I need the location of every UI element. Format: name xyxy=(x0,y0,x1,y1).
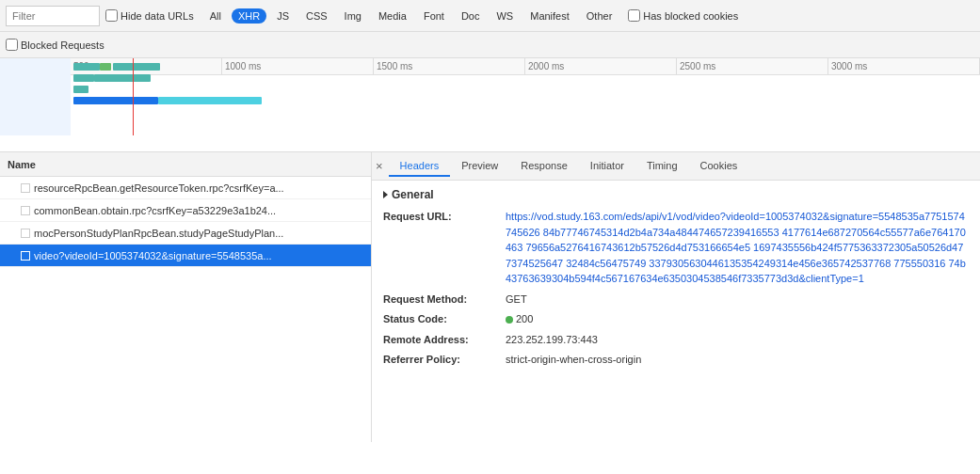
status-code-key: Status Code: xyxy=(383,311,506,327)
filter-js[interactable]: JS xyxy=(270,8,296,24)
filter-media[interactable]: Media xyxy=(372,8,413,24)
status-dot xyxy=(506,316,513,324)
triangle-icon xyxy=(383,191,388,198)
remote-address-key: Remote Address: xyxy=(383,332,506,348)
list-item-text: resourceRpcBean.getResourceToken.rpc?csr… xyxy=(34,182,284,194)
wf-bar-2 xyxy=(73,74,94,82)
list-item-icon xyxy=(21,229,30,238)
list-item[interactable]: resourceRpcBean.getResourceToken.rpc?csr… xyxy=(0,177,371,199)
list-item-icon xyxy=(21,251,30,261)
tab-headers[interactable]: Headers xyxy=(389,156,451,177)
wf-bar-4 xyxy=(100,63,111,71)
request-list-header: Name xyxy=(0,152,371,177)
wf-bar-cyan xyxy=(158,97,262,104)
list-item-text: commonBean.obtain.rpc?csrfKey=a53229e3a1… xyxy=(34,205,276,216)
detail-content: General Request URL: https://vod.study.1… xyxy=(372,181,980,442)
list-item[interactable]: mocPersonStudyPlanRpcBean.studyPageStudy… xyxy=(0,222,371,245)
tab-response[interactable]: Response xyxy=(509,156,579,177)
filter-manifest[interactable]: Manifest xyxy=(523,8,576,24)
detail-panel: × Headers Preview Response Initiator Tim… xyxy=(372,152,980,442)
request-method-value: GET xyxy=(506,292,969,308)
tab-preview[interactable]: Preview xyxy=(450,156,509,177)
timeline-area: 500 ms 1000 ms 1500 ms 2000 ms 2500 ms 3… xyxy=(0,58,980,152)
list-item-selected[interactable]: video?videoId=1005374032&signature=55485… xyxy=(0,245,371,267)
remote-address-row: Remote Address: 223.252.199.73:443 xyxy=(383,332,969,348)
status-code-row: Status Code: 200 xyxy=(383,311,969,327)
hide-data-urls-label[interactable]: Hide data URLs xyxy=(105,9,194,22)
tab-close-icon[interactable]: × xyxy=(376,159,383,173)
filter-all[interactable]: All xyxy=(203,8,228,24)
list-item-text: video?videoId=1005374032&signature=55485… xyxy=(34,250,272,261)
list-item-text: mocPersonStudyPlanRpcBean.studyPageStudy… xyxy=(34,228,283,239)
selection-highlight xyxy=(0,58,71,135)
wf-bar-1 xyxy=(73,63,100,71)
referrer-policy-value: strict-origin-when-cross-origin xyxy=(506,352,969,368)
request-list: Name resourceRpcBean.getResourceToken.rp… xyxy=(0,152,372,442)
list-item[interactable]: commonBean.obtain.rpc?csrfKey=a53229e3a1… xyxy=(0,199,371,222)
request-method-row: Request Method: GET xyxy=(383,292,969,308)
request-method-key: Request Method: xyxy=(383,292,506,308)
main-area: Name resourceRpcBean.getResourceToken.rp… xyxy=(0,152,980,442)
request-url-row: Request URL: https://vod.study.163.com/e… xyxy=(383,209,969,287)
filter-doc[interactable]: Doc xyxy=(455,8,487,24)
status-code-value: 200 xyxy=(506,311,969,327)
list-item-icon xyxy=(21,183,30,193)
tab-initiator[interactable]: Initiator xyxy=(579,156,635,177)
filter-css[interactable]: CSS xyxy=(299,8,334,24)
general-section-header: General xyxy=(383,188,969,201)
filter-xhr[interactable]: XHR xyxy=(232,8,266,24)
blocked-requests-checkbox[interactable] xyxy=(6,39,18,51)
remote-address-value: 223.252.199.73:443 xyxy=(506,332,969,348)
tab-timing[interactable]: Timing xyxy=(635,156,689,177)
wf-bar-3 xyxy=(73,86,88,93)
filter-ws[interactable]: WS xyxy=(490,8,520,24)
toolbar2: Blocked Requests xyxy=(0,32,980,58)
filter-img[interactable]: Img xyxy=(338,8,368,24)
vertical-red-line xyxy=(133,58,134,135)
has-blocked-cookies-checkbox[interactable] xyxy=(628,9,640,22)
wf-bar-6 xyxy=(94,74,151,82)
detail-tabs: × Headers Preview Response Initiator Tim… xyxy=(372,152,980,181)
blocked-requests-label[interactable]: Blocked Requests xyxy=(6,39,104,51)
list-item-icon xyxy=(21,206,30,215)
has-blocked-cookies-label[interactable]: Has blocked cookies xyxy=(628,9,738,22)
hide-data-urls-checkbox[interactable] xyxy=(105,9,118,22)
filter-other[interactable]: Other xyxy=(580,8,619,24)
request-url-value: https://vod.study.163.com/eds/api/v1/vod… xyxy=(506,209,969,287)
wf-bar-5 xyxy=(113,63,160,71)
filter-input[interactable] xyxy=(6,6,100,26)
tab-cookies[interactable]: Cookies xyxy=(689,156,749,177)
waterfall-container xyxy=(0,58,980,135)
filter-font[interactable]: Font xyxy=(417,8,451,24)
referrer-policy-key: Referrer Policy: xyxy=(383,352,506,368)
referrer-policy-row: Referrer Policy: strict-origin-when-cros… xyxy=(383,352,969,368)
wf-bar-selected xyxy=(73,97,158,104)
request-url-key: Request URL: xyxy=(383,209,506,287)
main-toolbar: Hide data URLs All XHR JS CSS Img Media … xyxy=(0,0,980,32)
filter-buttons: All XHR JS CSS Img Media Font Doc WS Man… xyxy=(203,8,619,24)
